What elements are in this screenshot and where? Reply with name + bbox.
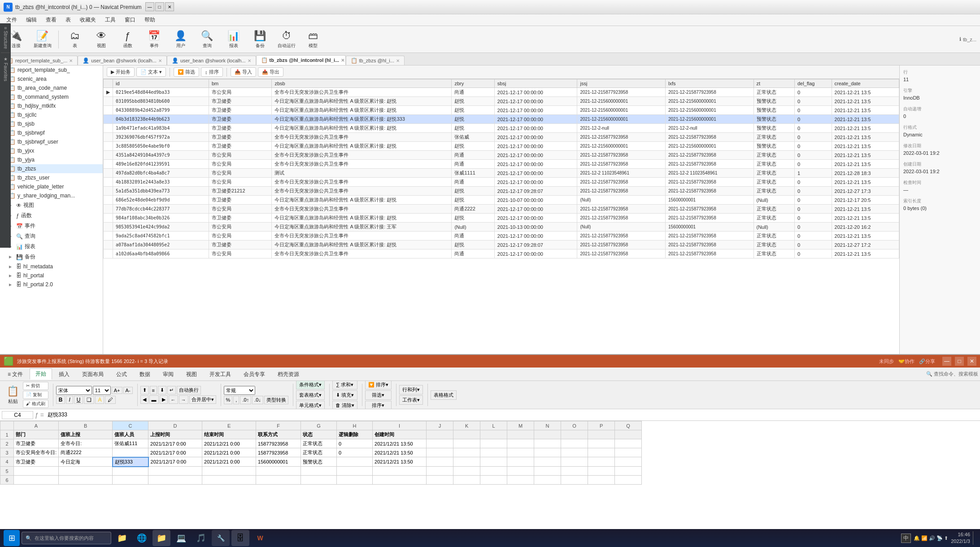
col-header-i[interactable]: I xyxy=(373,421,427,430)
excel-cell[interactable] xyxy=(59,467,113,476)
excel-cell[interactable] xyxy=(615,467,642,476)
menu-item-table[interactable]: 表 xyxy=(61,15,75,25)
export-btn[interactable]: 📤 导出 xyxy=(258,67,283,77)
excel-cell[interactable]: 15877923958 xyxy=(256,448,301,457)
cell-lxfs[interactable]: 2021-12-215877923958 xyxy=(665,88,754,97)
cell-jssj[interactable]: (Null) xyxy=(577,196,666,205)
sidebar-item-sjsbrwpf-user[interactable]: 📋 tb_sjsbrwpf_user xyxy=(0,137,103,146)
cell-zt[interactable]: (Null) xyxy=(754,196,794,205)
font-color-btn[interactable]: 🖊 xyxy=(105,396,116,404)
cell-bm[interactable]: 市公安局 xyxy=(209,169,271,178)
cell-zbsb[interactable]: 今日定海区重点旅游岛屿和经营性 A 级景区累计接: 王军 xyxy=(272,223,452,232)
excel-cell[interactable] xyxy=(507,476,534,485)
excel-cell[interactable]: 正常状态 xyxy=(301,439,337,448)
cell-id[interactable]: 04b3d183238e44b9b623 xyxy=(113,115,209,124)
cell-sbsj[interactable]: 2021-12-17 00:00:00 xyxy=(494,160,577,169)
cell-lxfs[interactable]: 2021-12-215600000001 xyxy=(665,142,754,151)
excel-cell[interactable] xyxy=(480,430,507,439)
excel-cell[interactable]: 状态 xyxy=(301,430,337,439)
excel-cell[interactable] xyxy=(337,457,373,467)
cell-del-flag[interactable]: 0 xyxy=(794,205,832,214)
cell-jssj[interactable]: 2021-12-215877923958 xyxy=(577,249,666,258)
excel-cell[interactable]: 2021/12/21 13:50 xyxy=(373,457,427,467)
cell-zbry[interactable]: 赵悦 xyxy=(452,241,494,249)
menu-item-tools[interactable]: 工具 xyxy=(100,15,120,25)
cell-bm[interactable]: 市公安局 xyxy=(209,88,271,97)
excel-cell[interactable] xyxy=(534,476,561,485)
row-col-btn[interactable]: 行和列▾ xyxy=(399,385,423,394)
cell-id[interactable]: 686e52e48de04ebf9d9d xyxy=(113,196,209,205)
cell-sbsj[interactable]: 2021-12-17 00:00:00 xyxy=(494,115,577,124)
sidebar-item-reports[interactable]: ▶ 📊 报表 xyxy=(0,241,103,252)
cell-lxfs[interactable]: 2021-12-215600000001 xyxy=(665,115,754,124)
cell-sbsj[interactable]: 2021-12-17 00:00:00 xyxy=(494,106,577,115)
cell-jssj[interactable]: 2021-12-215600000001 xyxy=(577,106,666,115)
sidebar-item-functions[interactable]: ▶ ƒ 函数 xyxy=(0,210,103,221)
excel-cell[interactable] xyxy=(561,448,588,457)
cell-lxfs[interactable]: 2021-12-2-null xyxy=(665,124,754,133)
cell-zbsb[interactable]: 全市今日无突发涉旅公共卫生事件 xyxy=(272,178,452,187)
wrap-text-btn[interactable]: ↵ xyxy=(167,386,176,394)
excel-cell[interactable] xyxy=(561,476,588,485)
cell-zbry[interactable]: 尚通 xyxy=(452,249,494,258)
formula-input[interactable] xyxy=(46,411,978,419)
tab-report-template[interactable]: 📋 report_template_sub_... ✕ xyxy=(2,56,78,65)
navicat-maximize-btn[interactable]: □ xyxy=(155,2,164,11)
excel-cell[interactable] xyxy=(480,457,507,467)
cell-zbry[interactable]: 赵悦 xyxy=(452,115,494,124)
cell-zbry[interactable]: 尚通 xyxy=(452,151,494,160)
excel-cell[interactable] xyxy=(480,439,507,448)
cell-create-date[interactable]: 2021-12-21 13:5 xyxy=(832,214,899,223)
toolbar-func-btn[interactable]: ƒ 函数 xyxy=(115,28,140,51)
tab-close-1[interactable]: ✕ xyxy=(69,58,73,63)
cell-sbsj[interactable]: 2021-12-17 00:00:00 xyxy=(494,178,577,187)
sidebar-item-queries[interactable]: ▶ 🔍 查询 xyxy=(0,231,103,241)
sidebar-item-vehicle[interactable]: 📋 vehicle_plate_letter xyxy=(0,182,103,191)
cell-create-date[interactable]: 2021-12-21 13:5 xyxy=(832,133,899,142)
cell-lxfs[interactable]: 2021-12-2 11023548961 xyxy=(665,169,754,178)
cell-id[interactable]: 0219ee548d844ed9ba33 xyxy=(113,88,209,97)
toolbar-event-btn[interactable]: 📅 事件 xyxy=(142,28,166,51)
tab-close-2[interactable]: ✕ xyxy=(158,58,162,63)
col-header-l[interactable]: L xyxy=(480,421,507,430)
cell-sbsj[interactable]: 2021-12-17 00:00:00 xyxy=(494,169,577,178)
toolbar-view-btn[interactable]: 👁 视图 xyxy=(89,28,113,51)
cell-jssj[interactable]: 2021-12-2 11023548961 xyxy=(577,169,666,178)
excel-cell[interactable] xyxy=(427,457,453,467)
excel-cell[interactable]: 2021/12/21 0:00 xyxy=(202,448,256,457)
toolbar-user-btn[interactable]: 👤 用户 xyxy=(168,28,193,51)
cell-zbry[interactable]: 赵悦 xyxy=(452,196,494,205)
excel-cell[interactable] xyxy=(337,476,373,485)
excel-cell[interactable] xyxy=(202,476,256,485)
excel-tab-review[interactable]: 审阅 xyxy=(157,369,179,380)
excel-cell[interactable] xyxy=(373,476,427,485)
menu-item-edit[interactable]: 编辑 xyxy=(22,15,41,25)
auto-wrap-btn[interactable]: 自动换行 xyxy=(177,386,201,394)
font-size-select[interactable]: 11 xyxy=(93,386,111,395)
excel-cell[interactable] xyxy=(453,467,480,476)
cell-id[interactable]: 04330889b42d452a8799 xyxy=(113,106,209,115)
worksheet-btn[interactable]: 工作表▾ xyxy=(399,395,423,405)
table-row[interactable]: 4351a84249104a4397c9 市公安局 全市今日无突发涉旅公共卫生事… xyxy=(104,151,899,160)
cell-zt[interactable]: 预警状态 xyxy=(754,142,794,151)
excel-tab-resources[interactable]: 档壳资源 xyxy=(272,369,305,380)
cell-create-date[interactable]: 2021-12-21 13:5 xyxy=(832,124,899,133)
font-name-select[interactable]: 宋体 xyxy=(56,386,92,395)
cell-del-flag[interactable]: 0 xyxy=(794,97,832,106)
cell-del-flag[interactable]: 0 xyxy=(794,241,832,249)
cell-bm[interactable]: 市卫健委 xyxy=(209,133,271,142)
excel-cell[interactable] xyxy=(453,457,480,467)
table-row[interactable]: 9ada25c8ad474582bfc1 市公安局 全市今日无突发涉旅公共卫生事… xyxy=(104,232,899,241)
cell-sbsj[interactable]: 2021-12-17 00:00:00 xyxy=(494,124,577,133)
excel-cell[interactable]: 上报时间 xyxy=(148,430,202,439)
cell-zbsb[interactable]: 今日定海区重点旅游岛屿和经营性 A 级景区累计接: 赵悦 xyxy=(272,196,452,205)
cell-zbsb[interactable]: 全市今日无突发涉旅公共卫生事件 xyxy=(272,187,452,196)
cell-sbsj[interactable]: 2021-10-07 00:00:00 xyxy=(494,196,577,205)
fill-color-btn[interactable]: A xyxy=(95,396,104,404)
excel-cell[interactable] xyxy=(148,467,202,476)
cell-id[interactable]: 497da82d0bfc4ba4a8c7 xyxy=(113,169,209,178)
cell-bm[interactable]: 市公安局 xyxy=(209,205,271,214)
excel-cell[interactable]: 尚通2222 xyxy=(59,448,113,457)
excel-minimize-btn[interactable]: — xyxy=(942,357,951,366)
toolbar-report-btn[interactable]: 📊 报表 xyxy=(221,28,246,51)
